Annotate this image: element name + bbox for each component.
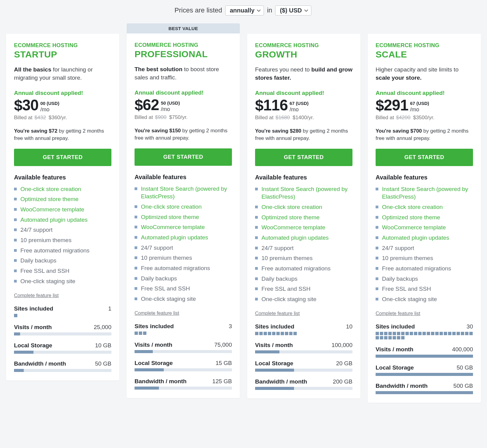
feature-item: Automated plugin updates xyxy=(376,233,473,243)
square-bullet-icon xyxy=(376,267,378,270)
chevron-down-icon xyxy=(257,9,261,12)
square-bullet-icon xyxy=(135,236,137,239)
billed-line: Billed at $1680 $1400/yr. xyxy=(255,115,352,121)
square-bullet-icon xyxy=(376,287,378,290)
metric-bar xyxy=(255,350,352,353)
billed-line: Billed at $432 $360/yr. xyxy=(14,115,111,121)
metric-bar xyxy=(14,332,111,335)
square-bullet-icon xyxy=(255,267,258,270)
complete-feature-list-link[interactable]: Complete feature list xyxy=(135,311,179,316)
feature-item: One-click store creation xyxy=(376,202,473,212)
get-started-button[interactable]: GET STARTED xyxy=(14,149,111,166)
square-bullet-icon xyxy=(14,269,17,272)
metric-sites: Sites included10 xyxy=(255,323,352,335)
sites-blocks xyxy=(255,332,352,335)
square-bullet-icon xyxy=(14,249,17,252)
period-select[interactable]: annually xyxy=(225,5,264,16)
price: $11667 (USD)/mo xyxy=(255,98,352,113)
plan-name: PROFESSIONAL xyxy=(135,49,232,59)
square-bullet-icon xyxy=(135,297,137,300)
metric-bandwidth: Bandwidth / month500 GB xyxy=(376,383,473,394)
plan-eyebrow: ECOMMERCE HOSTING xyxy=(135,42,232,48)
feature-item: Automated plugin updates xyxy=(135,232,232,243)
feature-item: Optimized store theme xyxy=(135,212,232,222)
square-bullet-icon xyxy=(135,187,137,190)
square-bullet-icon xyxy=(376,247,378,249)
metric-bandwidth: Bandwidth / month125 GB xyxy=(135,378,232,390)
feature-item: One-click store creation xyxy=(14,184,111,194)
feature-item: 10 premium themes xyxy=(14,235,111,245)
feature-item: Automated plugin updates xyxy=(14,215,111,225)
metric-bar xyxy=(135,368,232,371)
feature-item: One-click staging site xyxy=(376,294,473,304)
feature-item: One-click store creation xyxy=(135,202,232,212)
feature-item: One-click staging site xyxy=(255,294,352,304)
metric-bandwidth: Bandwidth / month50 GB xyxy=(14,360,111,372)
feature-item: Automated plugin updates xyxy=(255,233,352,243)
feature-item: WooCommerce template xyxy=(14,204,111,215)
square-bullet-icon xyxy=(376,277,378,280)
metric-bandwidth: Bandwidth / month200 GB xyxy=(255,378,352,390)
feature-item: 10 premium themes xyxy=(135,253,232,263)
feature-item: One-click staging site xyxy=(14,276,111,287)
feature-list: Instant Store Search (powered by Elastic… xyxy=(376,184,473,304)
complete-feature-list-link[interactable]: Complete feature list xyxy=(255,311,300,316)
square-bullet-icon xyxy=(14,198,17,200)
metric-bar xyxy=(376,355,473,358)
get-started-button[interactable]: GET STARTED xyxy=(255,149,352,166)
plan-card-professional: BEST VALUEECOMMERCE HOSTINGPROFESSIONALT… xyxy=(127,23,240,398)
feature-item: Instant Store Search (powered by Elastic… xyxy=(135,184,232,202)
get-started-button[interactable]: GET STARTED xyxy=(135,148,232,166)
square-bullet-icon xyxy=(135,277,137,280)
feature-item: Optimized store theme xyxy=(376,212,473,223)
square-bullet-icon xyxy=(14,218,17,221)
currency-select[interactable]: ($) USD xyxy=(275,5,311,16)
features-title: Available features xyxy=(255,174,352,181)
price: $6250 (USD)/mo xyxy=(135,97,232,113)
square-bullet-icon xyxy=(255,216,258,219)
metric-storage: Local Storage15 GB xyxy=(135,360,232,371)
metric-bar xyxy=(14,369,111,372)
feature-item: 24/7 support xyxy=(255,243,352,253)
feature-item: WooCommerce template xyxy=(255,222,352,233)
square-bullet-icon xyxy=(135,226,137,228)
billed-line: Billed at $900 $750/yr. xyxy=(135,114,232,120)
discount-note: Annual discount applied! xyxy=(14,90,111,96)
feature-item: 10 premium themes xyxy=(255,253,352,263)
metric-bar xyxy=(255,369,352,372)
currency-value: ($) USD xyxy=(280,7,302,14)
square-bullet-icon xyxy=(135,287,137,290)
plan-eyebrow: ECOMMERCE HOSTING xyxy=(255,42,352,49)
metric-sites: Sites included3 xyxy=(135,323,232,335)
plan-tagline: All the basics for launching or migratin… xyxy=(14,66,111,82)
feature-item: Optimized store theme xyxy=(255,212,352,223)
metric-visits: Visits / month75,000 xyxy=(135,342,232,353)
plan-tagline: Higher capacity and site limits to scale… xyxy=(376,66,473,82)
discount-note: Annual discount applied! xyxy=(255,90,352,96)
sites-blocks xyxy=(14,314,111,317)
feature-item: 24/7 support xyxy=(376,243,473,253)
feature-item: Free SSL and SSH xyxy=(376,284,473,294)
feature-item: Free SSL and SSH xyxy=(135,283,232,294)
plan-name: SCALE xyxy=(376,49,473,60)
metric-storage: Local Storage10 GB xyxy=(14,342,111,354)
metric-visits: Visits / month400,000 xyxy=(376,346,473,358)
features-title: Available features xyxy=(135,174,232,181)
metric-bar xyxy=(376,391,473,394)
square-bullet-icon xyxy=(255,188,258,190)
plan-card-startup: ECOMMERCE HOSTINGSTARTUPAll the basics f… xyxy=(6,23,119,380)
feature-item: Daily backups xyxy=(135,273,232,284)
feature-item: Daily backups xyxy=(14,255,111,266)
feature-item: One-click store creation xyxy=(255,202,352,212)
complete-feature-list-link[interactable]: Complete feature list xyxy=(14,293,59,298)
get-started-button[interactable]: GET STARTED xyxy=(376,149,473,166)
square-bullet-icon xyxy=(135,216,137,218)
metric-bar xyxy=(135,350,232,353)
complete-feature-list-link[interactable]: Complete feature list xyxy=(376,311,420,316)
feature-list: Instant Store Search (powered by Elastic… xyxy=(135,184,232,304)
price: $3000 (USD)/mo xyxy=(14,98,111,113)
square-bullet-icon xyxy=(255,257,258,259)
feature-item: Free automated migrations xyxy=(255,263,352,274)
metric-bar xyxy=(376,373,473,376)
square-bullet-icon xyxy=(376,226,378,229)
